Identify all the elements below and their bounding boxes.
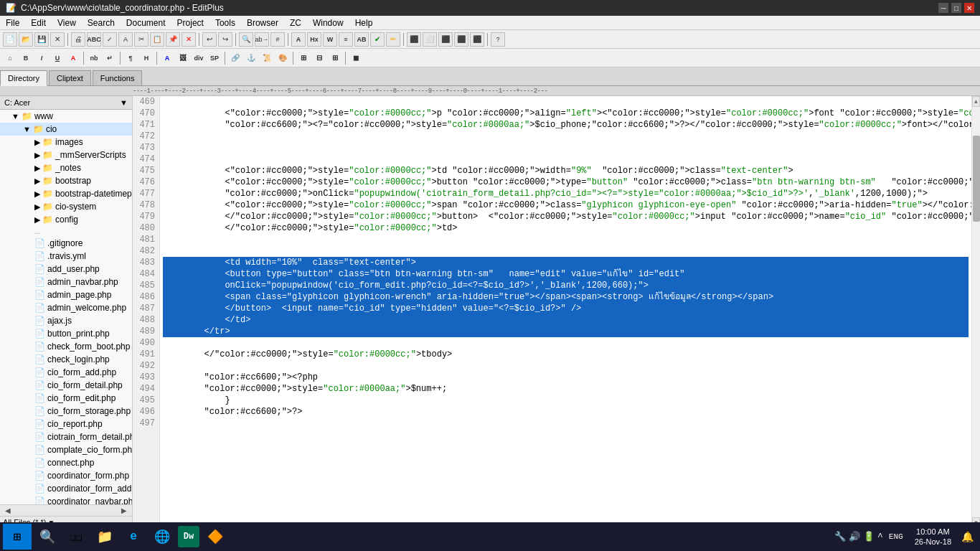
tab-cliptext[interactable]: Cliptext xyxy=(49,70,91,85)
tray-chevron[interactable]: ^ xyxy=(877,532,883,542)
file-check-form[interactable]: 📄 check_form_boot.php xyxy=(0,340,132,353)
menu-browser[interactable]: Browser xyxy=(241,17,284,29)
file-btn-print[interactable]: 📄 button_print.php xyxy=(0,327,132,340)
start-button[interactable]: ⊞ xyxy=(3,524,32,550)
vertical-scrollbar[interactable]: ▲ ▼ xyxy=(971,96,980,528)
tree-item-notes[interactable]: ▶ 📁 _notes xyxy=(0,161,132,174)
new-button[interactable]: 📄 xyxy=(3,32,17,47)
menu-document[interactable]: Document xyxy=(121,17,171,29)
menu-view[interactable]: View xyxy=(52,17,82,29)
file-cio-detail[interactable]: 📄 cio_form_detail.php xyxy=(0,379,132,392)
replace-button[interactable]: ab→ xyxy=(255,32,269,47)
tb2-link[interactable]: 🔗 xyxy=(228,51,242,65)
tree-item-config[interactable]: ▶ 📁 config xyxy=(0,213,132,226)
file-travis[interactable]: 📄 .travis.yml xyxy=(0,250,132,263)
tray-battery[interactable]: 🔋 xyxy=(863,531,875,542)
notification-icon[interactable]: 🔔 xyxy=(960,529,974,544)
toolbar-btn-a[interactable]: A xyxy=(118,32,133,47)
tree-item-more[interactable]: ... xyxy=(0,226,132,237)
tb2-color[interactable]: A xyxy=(66,51,80,65)
abc-button[interactable]: ABC xyxy=(87,32,101,47)
language-indicator[interactable]: ENG xyxy=(886,531,906,542)
w-button[interactable]: W xyxy=(323,32,337,47)
sidebar-scroll-left[interactable]: ◀ xyxy=(3,507,13,514)
tb2-div[interactable]: div xyxy=(192,51,206,65)
scrollbar-thumb[interactable] xyxy=(973,136,980,222)
file-admin-navbar[interactable]: 📄 admin_navbar.php xyxy=(0,276,132,288)
file-complete[interactable]: 📄 complate_cio_form.php xyxy=(0,443,132,456)
font-button[interactable]: A xyxy=(291,32,306,47)
redo-button[interactable]: ↪ xyxy=(218,32,232,47)
menu-search[interactable]: Search xyxy=(82,17,121,29)
menu-file[interactable]: File xyxy=(0,17,25,29)
tb2-bold[interactable]: B xyxy=(19,51,33,65)
pencil-btn[interactable]: ✏ xyxy=(386,32,400,47)
file-coord-form[interactable]: 📄 coordinator_form.php xyxy=(0,469,132,482)
file-adduser[interactable]: 📄 add_user.php xyxy=(0,263,132,276)
tb2-table2[interactable]: ⊟ xyxy=(312,51,326,65)
print-button[interactable]: 🖨 xyxy=(71,32,85,47)
taskbar-chrome[interactable]: 🌐 xyxy=(149,524,175,550)
paste-button[interactable]: 📌 xyxy=(166,32,180,47)
fullscreen-btn[interactable]: ⬜ xyxy=(423,32,437,47)
browser-btn[interactable]: ⬛ xyxy=(407,32,421,47)
code-content[interactable]: <"color:#cc0000;">style="color:#0000cc;"… xyxy=(160,96,971,528)
menu-tools[interactable]: Tools xyxy=(209,17,241,29)
file-admin-welcome[interactable]: 📄 admin_welcome.php xyxy=(0,301,132,314)
file-gitignore[interactable]: 📄 .gitignore xyxy=(0,237,132,250)
tree-item-mmserver[interactable]: ▶ 📁 _mmServerScripts xyxy=(0,149,132,161)
tray-network[interactable]: 🔧 xyxy=(834,531,846,542)
tree-item-www[interactable]: ▼ 📁 www xyxy=(0,110,132,123)
split-btn[interactable]: ⬛ xyxy=(438,32,453,47)
delete-button[interactable]: ✕ xyxy=(182,32,196,47)
tb2-table[interactable]: ⊞ xyxy=(296,51,311,65)
tb2-para[interactable]: ¶ xyxy=(123,51,138,65)
tb2-script[interactable]: 📜 xyxy=(260,51,274,65)
copy-button[interactable]: 📋 xyxy=(150,32,164,47)
menu-help[interactable]: Help xyxy=(349,17,379,29)
tray-sound[interactable]: 🔊 xyxy=(849,531,860,542)
tick-btn[interactable]: ✔ xyxy=(370,32,385,47)
sidebar-arrow[interactable]: ▼ xyxy=(120,98,128,107)
taskbar-dreamweaver[interactable]: Dw xyxy=(178,526,199,547)
tb2-extra[interactable]: ◼ xyxy=(349,51,363,65)
taskbar-app5[interactable]: 🔶 xyxy=(202,524,228,550)
file-ajax[interactable]: 📄 ajax.js xyxy=(0,314,132,327)
tb2-home[interactable]: ⌂ xyxy=(3,51,17,65)
tb2-css-ref[interactable]: 🎨 xyxy=(275,51,290,65)
taskbar-explorer[interactable]: 📁 xyxy=(92,524,118,550)
title-bar-controls[interactable]: ─ □ ✕ xyxy=(938,3,974,13)
minimize-button[interactable]: ─ xyxy=(938,3,948,13)
tb2-italic[interactable]: I xyxy=(34,51,49,65)
tree-item-images[interactable]: ▶ 📁 images xyxy=(0,136,132,149)
file-cio-report[interactable]: 📄 cio_report.php xyxy=(0,418,132,430)
spellcheck-button[interactable]: ✓ xyxy=(103,32,117,47)
tb2-cr[interactable]: ↵ xyxy=(103,51,117,65)
menu-zc[interactable]: ZC xyxy=(284,17,307,29)
taskbar-edge[interactable]: e xyxy=(121,524,146,550)
undo-button[interactable]: ↩ xyxy=(202,32,217,47)
menu-project[interactable]: Project xyxy=(171,17,209,29)
tab-directory[interactable]: Directory xyxy=(0,70,47,86)
tb2-nb[interactable]: nb xyxy=(87,51,101,65)
tb2-underline[interactable]: U xyxy=(50,51,65,65)
file-coord-add[interactable]: 📄 coordinator_form_add.php xyxy=(0,482,132,495)
cut-button[interactable]: ✂ xyxy=(134,32,149,47)
tree-item-cio[interactable]: ▼ 📁 cio xyxy=(0,123,132,136)
file-admin-page[interactable]: 📄 admin_page.php xyxy=(0,288,132,301)
help-btn[interactable]: ? xyxy=(491,32,505,47)
hx-button[interactable]: Hx xyxy=(307,32,321,47)
close-button[interactable]: ✕ xyxy=(964,3,974,13)
close-file-button[interactable]: ✕ xyxy=(50,32,65,47)
tb2-font[interactable]: A xyxy=(160,51,174,65)
tb2-img[interactable]: 🖼 xyxy=(176,51,190,65)
menu-edit[interactable]: Edit xyxy=(25,17,52,29)
maximize-button[interactable]: □ xyxy=(951,3,961,13)
file-ciotrain[interactable]: 📄 ciotrain_form_detail.php xyxy=(0,430,132,443)
tree-item-bootstrap-dt[interactable]: ▶ 📁 bootstrap-datetimep xyxy=(0,187,132,200)
save-button[interactable]: 💾 xyxy=(34,32,49,47)
file-coord-navbar[interactable]: 📄 coordinator_navbar.php xyxy=(0,495,132,504)
taskbar-taskview[interactable]: ❑❑ xyxy=(63,524,89,550)
clock[interactable]: 10:00 AM 26-Nov-18 xyxy=(909,527,957,547)
format-btn[interactable]: ≡ xyxy=(339,32,353,47)
